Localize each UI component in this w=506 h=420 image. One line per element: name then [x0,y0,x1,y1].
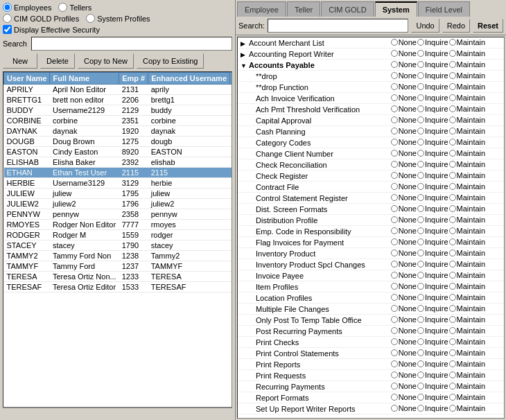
radio-inquire[interactable] [417,183,424,190]
table-row[interactable]: JULIEW2 juliew2 1796 juliew2 Active [4,199,233,209]
radio-inquire[interactable] [417,371,424,378]
new-button[interactable]: New [3,53,37,69]
radio-none-label[interactable]: None [391,171,417,180]
table-row[interactable]: ETHAN Ethan Test User 2115 2115 Active [4,168,233,178]
radio-maintain-label[interactable]: Maintain [449,160,486,168]
radio-none-label[interactable]: None [391,182,417,191]
table-row[interactable]: BUDDY Username2129 2129 buddy Inactive [4,105,233,116]
radio-none[interactable] [391,205,398,212]
radio-maintain-label[interactable]: Maintain [449,315,486,324]
radio-inquire[interactable] [417,83,424,90]
radio-none-label[interactable]: None [391,138,417,146]
radio-none[interactable] [391,172,398,179]
radio-none-label[interactable]: None [391,249,417,257]
radio-maintain[interactable] [449,116,456,123]
table-row[interactable]: TAMMYF Tammy Ford 1237 TAMMYF Active [4,261,233,272]
radio-none-label[interactable]: None [391,71,417,80]
radio-maintain-label[interactable]: Maintain [449,338,486,346]
radio-none-label[interactable]: None [391,49,417,58]
radio-none[interactable] [391,294,398,301]
radio-maintain-label[interactable]: Maintain [449,326,486,335]
radio-none-label[interactable]: None [391,382,417,390]
radio-maintain-label[interactable]: Maintain [449,360,486,368]
radio-maintain[interactable] [449,150,456,157]
radio-maintain-label[interactable]: Maintain [449,349,486,357]
tab-system[interactable]: System [375,1,417,17]
radio-inquire[interactable] [417,250,424,256]
undo-button[interactable]: Undo [411,19,439,33]
radio-inquire[interactable] [417,272,424,279]
radio-inquire-label[interactable]: Inquire [417,71,448,80]
table-row[interactable]: EASTON Cindy Easton 8920 EASTON Inactive [4,147,233,157]
radio-none[interactable] [391,316,398,323]
copy-to-existing-button[interactable]: Copy to Existing [137,53,204,69]
table-row[interactable]: DAYNAK daynak 1920 daynak Active [4,126,233,137]
radio-none[interactable] [391,183,398,190]
radio-none[interactable] [391,227,398,234]
radio-none[interactable] [391,94,398,101]
radio-inquire-label[interactable]: Inquire [417,193,448,202]
radio-maintain[interactable] [449,261,456,268]
radio-none-label[interactable]: None [391,94,417,102]
radio-maintain-label[interactable]: Maintain [449,149,486,157]
table-row[interactable]: TERESA Teresa Ortiz Non... 1233 TERESA A… [4,272,233,282]
radio-inquire-label[interactable]: Inquire [417,282,448,290]
radio-maintain[interactable] [449,183,456,190]
radio-none-label[interactable]: None [391,349,417,357]
radio-maintain[interactable] [449,238,456,245]
radio-maintain-label[interactable]: Maintain [449,304,486,313]
radio-none-label[interactable]: None [391,204,417,213]
radio-maintain-label[interactable]: Maintain [449,382,486,390]
radio-none-label[interactable]: None [391,315,417,324]
radio-none[interactable] [391,383,398,390]
radio-inquire-label[interactable]: Inquire [417,38,448,46]
radio-inquire-label[interactable]: Inquire [417,82,448,91]
table-row[interactable]: STACEY stacey 1790 stacey Inactive [4,240,233,251]
radio-inquire-label[interactable]: Inquire [417,338,448,346]
radio-tellers-label[interactable]: Tellers [58,3,91,12]
radio-inquire[interactable] [417,394,424,401]
radio-none[interactable] [391,105,398,112]
radio-none[interactable] [391,194,398,201]
radio-none[interactable] [391,50,398,57]
radio-maintain-label[interactable]: Maintain [449,82,486,91]
radio-inquire[interactable] [417,216,424,223]
radio-inquire-label[interactable]: Inquire [417,304,448,313]
radio-none[interactable] [391,238,398,245]
radio-maintain[interactable] [449,360,456,367]
radio-maintain-label[interactable]: Maintain [449,171,486,180]
table-row[interactable]: APRILY April Non Editor 2131 aprily Acti… [4,85,233,95]
radio-none[interactable] [391,139,398,146]
radio-maintain-label[interactable]: Maintain [449,293,486,301]
radio-maintain[interactable] [449,205,456,212]
radio-inquire[interactable] [417,238,424,245]
radio-inquire-label[interactable]: Inquire [417,138,448,146]
radio-inquire-label[interactable]: Inquire [417,349,448,357]
radio-maintain-label[interactable]: Maintain [449,249,486,257]
radio-inquire[interactable] [417,283,424,290]
radio-none-label[interactable]: None [391,38,417,46]
radio-inquire-label[interactable]: Inquire [417,116,448,124]
radio-none[interactable] [391,83,398,90]
radio-system[interactable] [86,14,95,23]
radio-employees-label[interactable]: Employees [3,3,51,12]
radio-inquire[interactable] [417,94,424,101]
radio-inquire[interactable] [417,305,424,312]
radio-none[interactable] [391,128,398,134]
radio-maintain-label[interactable]: Maintain [449,371,486,379]
radio-inquire[interactable] [417,205,424,212]
radio-none-label[interactable]: None [391,105,417,113]
radio-inquire-label[interactable]: Inquire [417,404,448,412]
radio-none[interactable] [391,405,398,412]
table-row[interactable]: DOUGB Doug Brown 1275 dougb Inactive [4,137,233,147]
radio-inquire[interactable] [417,39,424,46]
radio-maintain-label[interactable]: Maintain [449,238,486,246]
radio-inquire[interactable] [417,383,424,390]
radio-none-label[interactable]: None [391,282,417,290]
radio-maintain[interactable] [449,39,456,46]
radio-inquire-label[interactable]: Inquire [417,60,448,69]
reset-button[interactable]: Reset [473,19,503,33]
tab-teller[interactable]: Teller [287,1,320,17]
radio-none-label[interactable]: None [391,116,417,124]
radio-none-label[interactable]: None [391,326,417,335]
